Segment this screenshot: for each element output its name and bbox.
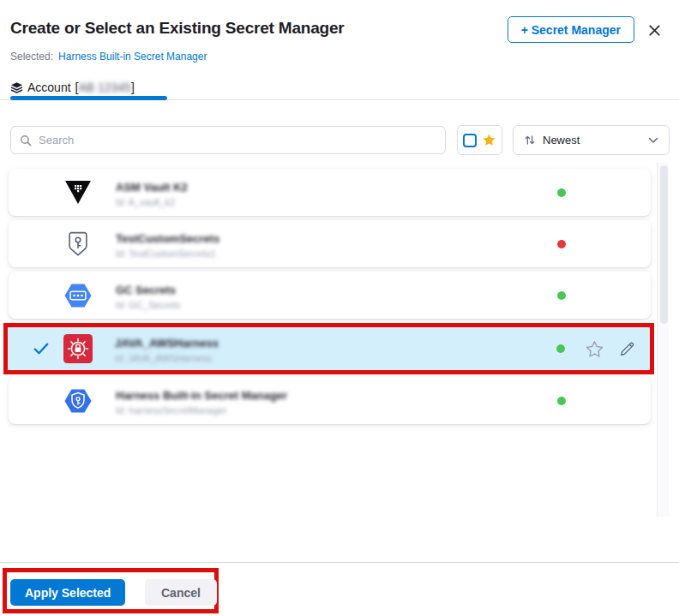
scrollbar-thumb[interactable]: [660, 165, 668, 324]
secret-manager-name: GC Secrets: [116, 283, 176, 296]
secret-manager-text: Harness Built-in Secret ManagerId: harne…: [116, 386, 287, 415]
apply-selected-button[interactable]: Apply Selected: [10, 579, 125, 606]
harness-secret-manager-icon: [63, 386, 93, 416]
selected-label: Selected:: [10, 51, 53, 63]
list-item-selected[interactable]: JAVA_AWSHarnessId: JAVA_AWSHarness: [8, 327, 650, 370]
list-item[interactable]: TestCustomSecretsId: TestCustomSecrets1: [9, 220, 651, 267]
secret-manager-name: Harness Built-in Secret Manager: [116, 388, 287, 401]
tab-account-label: Account: [27, 81, 71, 94]
page-title: Create or Select an Existing Secret Mana…: [10, 19, 345, 38]
status-dot: [556, 344, 565, 353]
aws-secret-manager-icon: [63, 333, 93, 364]
secret-manager-id: Id: GC_Secrets: [116, 299, 180, 309]
edit-pencil-icon[interactable]: [616, 338, 637, 359]
list-item[interactable]: GC SecretsId: GC_Secrets: [9, 272, 651, 319]
favorite-star-icon[interactable]: [584, 338, 604, 359]
status-dot: [557, 397, 566, 405]
sort-dropdown[interactable]: Newest: [513, 125, 670, 155]
sort-selected-value: Newest: [543, 134, 580, 147]
custom-secret-manager-icon: [63, 229, 93, 260]
cancel-button[interactable]: Cancel: [145, 579, 217, 606]
secret-manager-name: TestCustomSecrets: [116, 231, 219, 244]
secret-manager-id: Id: A_vault_k2: [116, 196, 188, 206]
status-dot: [557, 291, 566, 300]
selected-summary: Selected:Harness Built-in Secret Manager: [10, 51, 207, 63]
secret-manager-modal: Create or Select an Existing Secret Mana…: [0, 0, 679, 616]
gcp-secret-manager-icon: [63, 280, 93, 311]
secret-manager-id: Id: harnessSecretManager: [116, 404, 287, 415]
secret-manager-id: Id: JAVA_AWSHarness: [115, 353, 219, 363]
secret-manager-text: ASM Vault K2Id: A_vault_k2: [116, 178, 188, 206]
footer-divider: [0, 562, 679, 563]
tab-scope: [AB 12345]: [75, 81, 135, 94]
favorites-checkbox[interactable]: [463, 134, 477, 147]
secret-manager-id: Id: TestCustomSecrets1: [116, 248, 219, 258]
star-icon: [482, 133, 496, 147]
list-item[interactable]: ASM Vault K2Id: A_vault_k2: [9, 169, 651, 216]
close-icon[interactable]: [646, 22, 662, 38]
secret-manager-name: ASM Vault K2: [116, 180, 188, 193]
active-tab-indicator: [10, 96, 167, 100]
layers-icon: [10, 81, 23, 94]
hashicorp-vault-icon: [63, 177, 93, 208]
secret-manager-text: GC SecretsId: GC_Secrets: [116, 281, 180, 309]
search-box: [10, 126, 446, 154]
status-dot: [557, 188, 566, 197]
selected-row-highlight-annotation: JAVA_AWSHarnessId: JAVA_AWSHarness: [3, 323, 654, 374]
scrollbar[interactable]: [657, 163, 669, 517]
sort-arrows-icon: [524, 134, 536, 147]
secret-manager-text: TestCustomSecretsId: TestCustomSecrets1: [116, 230, 219, 258]
check-icon: [33, 343, 49, 355]
tab-account[interactable]: Account [AB 12345]: [10, 81, 135, 94]
search-input[interactable]: [39, 134, 436, 147]
tab-scope-obscured-text: AB 12345: [78, 81, 131, 94]
selected-secret-manager-link[interactable]: Harness Built-in Secret Manager: [58, 51, 207, 63]
favorites-filter[interactable]: [457, 125, 502, 155]
list-item[interactable]: Harness Built-in Secret ManagerId: harne…: [9, 377, 651, 424]
secret-manager-text: JAVA_AWSHarnessId: JAVA_AWSHarness: [115, 335, 219, 363]
status-dot: [557, 240, 566, 248]
add-secret-manager-button[interactable]: + Secret Manager: [508, 16, 634, 43]
secret-manager-name: JAVA_AWSHarness: [115, 337, 219, 350]
chevron-down-icon: [648, 137, 658, 144]
search-icon: [20, 135, 32, 147]
